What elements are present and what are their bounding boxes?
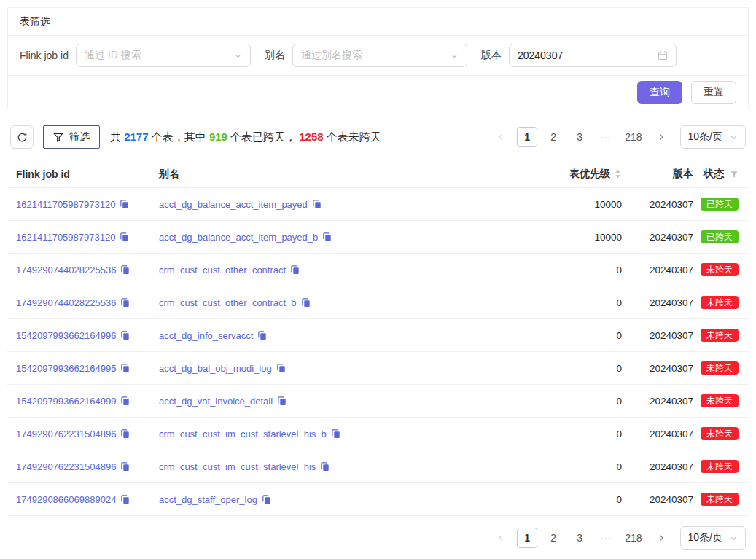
filter-button[interactable]: 筛选 xyxy=(43,125,100,149)
page: 表筛选 Flink job id 通过 ID 搜索 别名 通过别名搜索 xyxy=(0,0,756,557)
status-badge: 未跨天 xyxy=(701,427,739,440)
pagination-top: 1 2 3 ··· 218 10条/页 xyxy=(491,125,746,149)
flink-job-id-link[interactable]: 1749290762231504896 xyxy=(16,429,116,439)
copy-icon[interactable] xyxy=(320,462,330,472)
status-badge: 未跨天 xyxy=(701,263,739,276)
priority-cell: 0 xyxy=(549,363,622,374)
next-page-button[interactable] xyxy=(651,528,671,548)
page-button-1[interactable]: 1 xyxy=(517,127,537,147)
copy-icon[interactable] xyxy=(276,364,286,373)
page-size-value: 10条/页 xyxy=(688,531,722,544)
summary-text: 个表未跨天 xyxy=(324,130,381,143)
flink-job-id-link[interactable]: 1749290744028225536 xyxy=(16,297,116,308)
column-header-priority[interactable]: 表优先级 xyxy=(549,168,622,181)
copy-icon[interactable] xyxy=(120,200,129,209)
flink-job-id-link[interactable]: 1542097993662164999 xyxy=(16,396,116,407)
copy-icon[interactable] xyxy=(312,200,322,209)
page-size-select[interactable]: 10条/页 xyxy=(680,125,746,149)
column-header-status: 状态 xyxy=(693,168,739,181)
alias-cell: acct_dg_balance_acct_item_payed xyxy=(159,199,549,210)
page-button-3[interactable]: 3 xyxy=(569,528,590,548)
priority-cell: 0 xyxy=(549,396,622,407)
copy-icon[interactable] xyxy=(290,265,300,275)
page-button-1[interactable]: 1 xyxy=(517,528,537,548)
flink-job-id-link[interactable]: 1621411705987973120 xyxy=(16,232,115,243)
page-button-2[interactable]: 2 xyxy=(543,528,564,548)
flink-job-id-cell: 1749290744028225536 xyxy=(16,265,159,275)
copy-icon[interactable] xyxy=(120,429,130,439)
copy-icon[interactable] xyxy=(120,331,130,340)
alias-link[interactable]: crm_cust_cust_im_cust_starlevel_his xyxy=(159,461,316,472)
status-cell: 未跨天 xyxy=(693,296,739,309)
alias-link[interactable]: acct_dg_balance_acct_item_payed xyxy=(159,199,308,210)
query-button[interactable]: 查询 xyxy=(637,81,682,104)
version-date-input[interactable] xyxy=(518,50,658,61)
flink-job-id-cell: 1542097993662164996 xyxy=(16,330,159,341)
alias-link[interactable]: acct_dg_vat_invoice_detail xyxy=(159,396,273,407)
prev-page-button[interactable] xyxy=(491,127,511,147)
page-button-3[interactable]: 3 xyxy=(569,127,590,147)
filter-card-title: 表筛选 xyxy=(8,8,748,36)
page-button-last[interactable]: 218 xyxy=(622,127,644,147)
copy-icon[interactable] xyxy=(277,396,287,406)
alias-link[interactable]: acct_dg_balance_acct_item_payed_b xyxy=(159,232,318,243)
flink-job-id-select[interactable]: 通过 ID 搜索 xyxy=(76,44,251,67)
alias-link[interactable]: crm_cust_cust_other_contract xyxy=(159,265,286,275)
pagination-ellipsis: ··· xyxy=(596,528,616,548)
copy-icon[interactable] xyxy=(257,331,267,340)
column-header-alias: 别名 xyxy=(159,168,549,181)
flink-job-id-cell: 1621411705987973120 xyxy=(16,199,159,210)
copy-icon[interactable] xyxy=(331,429,340,439)
alias-cell: crm_cust_cust_other_contract_b xyxy=(159,297,549,308)
status-badge: 已跨天 xyxy=(701,198,739,211)
table-row: 1749290762231504896 crm_cust_cust_im_cus… xyxy=(7,450,749,483)
pagination-bottom: 1 2 3 ··· 218 10条/页 xyxy=(491,526,746,550)
prev-page-button[interactable] xyxy=(491,528,511,548)
page-size-select[interactable]: 10条/页 xyxy=(680,526,746,550)
column-filter-icon[interactable] xyxy=(730,170,739,179)
status-badge: 未跨天 xyxy=(701,296,739,309)
alias-select[interactable]: 通过别名搜索 xyxy=(292,44,467,67)
copy-icon[interactable] xyxy=(262,495,271,504)
copy-icon[interactable] xyxy=(120,495,130,504)
copy-icon[interactable] xyxy=(120,232,129,242)
version-cell: 20240307 xyxy=(622,199,693,210)
alias-link[interactable]: acct_dg_staff_oper_log xyxy=(159,494,257,505)
sort-icon[interactable] xyxy=(614,168,622,179)
alias-link[interactable]: crm_cust_cust_im_cust_starlevel_his_b xyxy=(159,429,327,439)
flink-job-id-link[interactable]: 1542097993662164995 xyxy=(16,363,116,374)
alias-link[interactable]: acct_dg_info_servacct xyxy=(159,330,253,341)
flink-job-id-link[interactable]: 1749290762231504896 xyxy=(16,461,116,472)
refresh-button[interactable] xyxy=(10,125,34,149)
flink-job-id-link[interactable]: 1621411705987973120 xyxy=(16,199,115,210)
priority-header-label: 表优先级 xyxy=(569,168,610,181)
copy-icon[interactable] xyxy=(301,298,311,308)
copy-icon[interactable] xyxy=(120,364,130,373)
flink-job-id-cell: 1749290762231504896 xyxy=(16,461,159,472)
priority-cell: 10000 xyxy=(549,199,622,210)
flink-job-id-cell: 1749290762231504896 xyxy=(16,429,159,439)
page-button-2[interactable]: 2 xyxy=(543,127,564,147)
copy-icon[interactable] xyxy=(120,462,130,472)
flink-job-id-link[interactable]: 1749290744028225536 xyxy=(16,265,116,275)
status-badge: 已跨天 xyxy=(701,230,739,243)
version-field: 版本 xyxy=(481,44,677,67)
priority-cell: 0 xyxy=(549,297,622,308)
page-button-last[interactable]: 218 xyxy=(622,528,644,548)
version-date-picker[interactable] xyxy=(509,44,677,67)
alias-cell: acct_dg_info_servacct xyxy=(159,330,549,341)
flink-job-id-link[interactable]: 1749290866069889024 xyxy=(16,494,116,505)
copy-icon[interactable] xyxy=(322,232,332,242)
reset-button[interactable]: 重置 xyxy=(691,81,736,104)
flink-job-id-link[interactable]: 1542097993662164996 xyxy=(16,330,116,341)
next-page-button[interactable] xyxy=(651,127,671,147)
table-row: 1542097993662164999 acct_dg_vat_invoice_… xyxy=(7,385,749,418)
copy-icon[interactable] xyxy=(120,396,130,406)
alias-link[interactable]: acct_dg_bal_obj_modi_log xyxy=(159,363,272,374)
status-cell: 未跨天 xyxy=(693,460,739,473)
alias-link[interactable]: crm_cust_cust_other_contract_b xyxy=(159,297,297,308)
version-cell: 20240307 xyxy=(622,429,693,439)
copy-icon[interactable] xyxy=(120,298,130,308)
refresh-icon xyxy=(17,132,28,143)
copy-icon[interactable] xyxy=(120,265,130,275)
